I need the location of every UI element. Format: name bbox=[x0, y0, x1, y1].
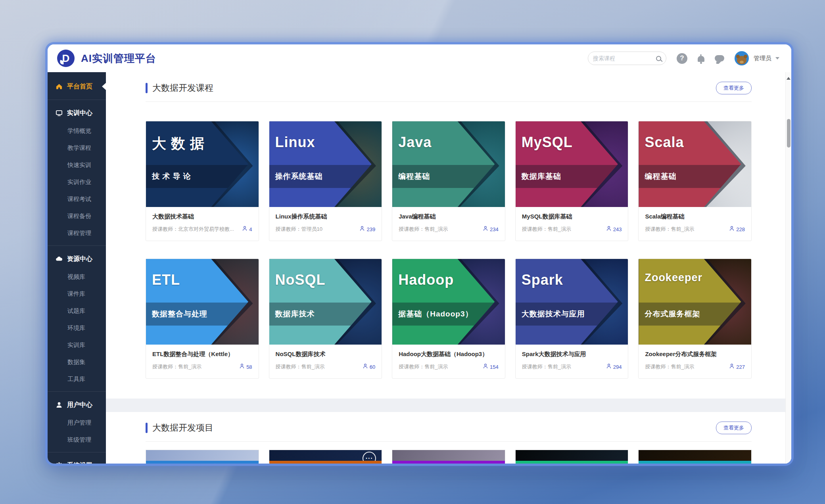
course-card[interactable]: NoSQL数据库技术NoSQL数据库技术授课教师：售前_演示60 bbox=[269, 259, 382, 379]
sidebar-item-tool-library[interactable]: 工具库 bbox=[48, 371, 106, 388]
student-count[interactable]: 243 bbox=[606, 226, 622, 233]
scrollbar-thumb[interactable] bbox=[787, 119, 790, 148]
banner-title: NoSQL bbox=[275, 272, 326, 288]
project-banner-label: 大数据开发案例 bbox=[425, 463, 472, 464]
scrollbar[interactable] bbox=[785, 72, 791, 464]
student-count[interactable]: 227 bbox=[729, 363, 745, 370]
course-view-more-button[interactable]: 查看更多 bbox=[716, 82, 752, 94]
project-banner-label: 大数据开发案例 bbox=[672, 463, 719, 464]
help-icon[interactable]: ? bbox=[677, 53, 687, 64]
course-card[interactable]: Zookeeper分布式服务框架Zookeeper分布式服务框架授课教师：售前_… bbox=[638, 259, 752, 379]
course-card[interactable]: MySQL数据库基础MySQL数据库基础授课教师：售前_演示243 bbox=[515, 121, 629, 241]
project-card[interactable]: 大数据开发案例 bbox=[146, 450, 259, 464]
sidebar-item-training-library[interactable]: 实训库 bbox=[48, 337, 106, 354]
student-count[interactable]: 58 bbox=[239, 363, 252, 370]
scrollbar-up-arrow-icon[interactable] bbox=[787, 75, 790, 80]
project-view-more-button[interactable]: 查看更多 bbox=[716, 422, 752, 434]
sidebar-item-study-overview[interactable]: 学情概览 bbox=[48, 123, 106, 140]
course-title: Linux操作系统基础 bbox=[276, 213, 376, 220]
notification-bell-icon[interactable] bbox=[698, 56, 704, 62]
project-card[interactable]: 大数据开发案例 bbox=[515, 450, 629, 464]
course-card-info: ETL数据整合与处理（Kettle）授课教师：售前_演示58 bbox=[146, 345, 259, 378]
banner-subtitle: 数据库基础 bbox=[516, 171, 561, 182]
sidebar-item-label: 用户中心 bbox=[67, 401, 92, 409]
person-icon bbox=[606, 363, 612, 370]
sidebar-item-label: 教学课程 bbox=[67, 144, 91, 152]
course-card[interactable]: 大 数 据技 术 导 论大数据技术基础授课教师：北京市对外贸易学校教...4 bbox=[146, 121, 259, 241]
sidebar-item-question-library[interactable]: 试题库 bbox=[48, 303, 106, 320]
sidebar-item-training-center[interactable]: 实训中心 bbox=[48, 103, 106, 123]
course-card[interactable]: Linux操作系统基础Linux操作系统基础授课教师：管理员10239 bbox=[269, 121, 382, 241]
sidebar-item-course-backup[interactable]: 课程备份 bbox=[48, 208, 106, 225]
student-count-number: 4 bbox=[249, 226, 252, 232]
course-card[interactable]: Hadoop据基础（Hadoop3）Hadoop大数据基础（Hadoop3）授课… bbox=[392, 259, 505, 379]
banner-subtitle: 编程基础 bbox=[639, 171, 676, 182]
course-card-info: Spark大数据技术与应用授课教师：售前_演示294 bbox=[516, 345, 628, 378]
person-icon bbox=[729, 226, 735, 233]
project-card[interactable]: 大数据开发案例 bbox=[638, 450, 752, 464]
student-count[interactable]: 234 bbox=[483, 226, 499, 233]
sidebar-item-courseware-library[interactable]: 课件库 bbox=[48, 286, 106, 303]
message-icon[interactable] bbox=[715, 55, 724, 61]
sidebar-item-environment-library[interactable]: 环境库 bbox=[48, 320, 106, 337]
course-meta: 授课教师：售前_演示294 bbox=[522, 363, 622, 370]
sidebar-item-course-management[interactable]: 课程管理 bbox=[48, 225, 106, 242]
course-card-info: Scala编程基础授课教师：售前_演示228 bbox=[639, 207, 751, 241]
project-card[interactable]: 大数据开发案例 bbox=[392, 450, 505, 464]
sidebar-item-class-management[interactable]: 班级管理 bbox=[48, 431, 106, 448]
student-count[interactable]: 294 bbox=[606, 363, 622, 370]
person-icon bbox=[729, 363, 735, 370]
search-box[interactable] bbox=[588, 52, 666, 65]
sidebar-item-label: 班级管理 bbox=[67, 436, 91, 444]
student-count-number: 58 bbox=[246, 364, 252, 370]
student-count[interactable]: 60 bbox=[363, 363, 375, 370]
banner-subtitle: 据基础（Hadoop3） bbox=[392, 309, 473, 319]
banner-arrow: Linux操作系统基础 bbox=[269, 121, 382, 207]
sidebar-item-label: 课件库 bbox=[67, 290, 85, 298]
sidebar-item-resource-center[interactable]: 资源中心 bbox=[48, 249, 106, 268]
sidebar-item-label: 课程考试 bbox=[67, 195, 91, 203]
search-icon[interactable] bbox=[656, 56, 661, 61]
course-card-info: 大数据技术基础授课教师：北京市对外贸易学校教...4 bbox=[146, 207, 259, 241]
course-card[interactable]: Spark大数据技术与应用Spark大数据技术与应用授课教师：售前_演示294 bbox=[515, 259, 629, 379]
student-count[interactable]: 239 bbox=[359, 226, 375, 233]
banner-arrow: Spark大数据技术与应用 bbox=[516, 259, 628, 345]
course-card[interactable]: Scala编程基础Scala编程基础授课教师：售前_演示228 bbox=[638, 121, 752, 241]
student-count[interactable]: 154 bbox=[483, 363, 499, 370]
course-teacher: 授课教师：售前_演示 bbox=[399, 363, 448, 370]
course-card[interactable]: ETL数据整合与处理ETL数据整合与处理（Kettle）授课教师：售前_演示58 bbox=[146, 259, 259, 379]
sidebar-item-user-center[interactable]: 用户中心 bbox=[48, 395, 106, 414]
sidebar-item-home[interactable]: 平台首页 bbox=[48, 77, 106, 96]
banner-title: Linux bbox=[275, 134, 315, 151]
avatar[interactable] bbox=[735, 51, 749, 65]
banner-title: Java bbox=[398, 134, 432, 151]
banner-subtitle: 编程基础 bbox=[392, 171, 430, 182]
sidebar-item-video-library[interactable]: 视频库 bbox=[48, 268, 106, 286]
sidebar-item-quick-training[interactable]: 快速实训 bbox=[48, 157, 106, 174]
banner-title: ETL bbox=[152, 272, 180, 288]
user-name[interactable]: 管理员 bbox=[754, 55, 771, 62]
student-count[interactable]: 228 bbox=[729, 226, 745, 233]
sidebar-item-teaching-courses[interactable]: 教学课程 bbox=[48, 140, 106, 157]
banner-arrow: 大 数 据技 术 导 论 bbox=[146, 121, 259, 207]
sidebar-item-system-settings[interactable]: 系统设置 bbox=[48, 456, 106, 464]
sidebar-item-label: 环境库 bbox=[67, 324, 85, 332]
cloud-icon bbox=[56, 255, 63, 263]
course-card-info: Java编程基础授课教师：售前_演示234 bbox=[392, 207, 505, 241]
course-teacher: 授课教师：售前_演示 bbox=[522, 226, 571, 233]
course-meta: 授课教师：售前_演示234 bbox=[399, 226, 499, 233]
course-card[interactable]: Java编程基础Java编程基础授课教师：售前_演示234 bbox=[392, 121, 505, 241]
project-card[interactable]: ···大数据开发案例 bbox=[269, 450, 382, 464]
project-banner: 大数据开发案例 bbox=[516, 461, 628, 464]
search-input[interactable] bbox=[593, 55, 653, 61]
student-count[interactable]: 4 bbox=[242, 226, 252, 233]
active-item-indicator bbox=[102, 83, 106, 90]
app-body: 平台首页实训中心学情概览教学课程快速实训实训作业课程考试课程备份课程管理资源中心… bbox=[48, 72, 791, 464]
sidebar-item-training-homework[interactable]: 实训作业 bbox=[48, 174, 106, 191]
project-banner: 大数据开发案例 bbox=[639, 461, 751, 464]
sidebar-item-course-exams[interactable]: 课程考试 bbox=[48, 191, 106, 208]
sidebar-item-dataset[interactable]: 数据集 bbox=[48, 354, 106, 371]
course-teacher: 授课教师：售前_演示 bbox=[399, 226, 448, 233]
chevron-down-icon[interactable] bbox=[775, 57, 779, 61]
sidebar-item-user-management[interactable]: 用户管理 bbox=[48, 414, 106, 431]
